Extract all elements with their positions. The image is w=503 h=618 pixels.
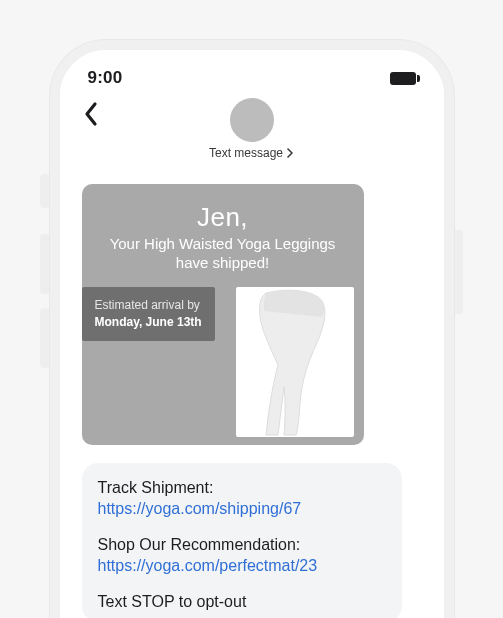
back-button[interactable] <box>82 100 102 128</box>
side-button-vol-down <box>40 308 50 368</box>
product-image <box>236 287 354 437</box>
optout-text: Text STOP to opt-out <box>98 593 247 610</box>
status-bar: 9:00 <box>60 50 444 96</box>
conversation-title-label: Text message <box>209 146 283 160</box>
eta-date: Monday, June 13th <box>95 314 202 331</box>
battery-icon <box>390 72 416 85</box>
side-button-silence <box>40 174 50 208</box>
message-bubble: Track Shipment: https://yoga.com/shippin… <box>82 463 402 619</box>
reco-link[interactable]: https://yoga.com/perfectmat/23 <box>98 557 318 574</box>
contact-avatar[interactable] <box>230 98 274 142</box>
status-clock: 9:00 <box>88 68 123 88</box>
track-link[interactable]: https://yoga.com/shipping/67 <box>98 500 302 517</box>
side-button-vol-up <box>40 234 50 294</box>
conversation-title[interactable]: Text message <box>209 146 294 160</box>
conversation-header: Text message <box>60 96 444 170</box>
side-button-power <box>453 230 463 314</box>
message-thread: Jen, Your High Waisted Yoga Leggings hav… <box>60 170 444 618</box>
screen: 9:00 Text message Jen, Your High Waisted… <box>60 50 444 618</box>
phone-frame: 9:00 Text message Jen, Your High Waisted… <box>50 40 454 618</box>
chevron-right-icon <box>286 148 294 158</box>
shipping-card[interactable]: Jen, Your High Waisted Yoga Leggings hav… <box>82 184 364 445</box>
shipping-card-name: Jen, <box>98 202 348 233</box>
shipping-card-subtitle: Your High Waisted Yoga Leggings have shi… <box>98 235 348 273</box>
eta-label: Estimated arrival by <box>95 297 202 314</box>
reco-label: Shop Our Recommendation: <box>98 536 301 553</box>
eta-badge: Estimated arrival by Monday, June 13th <box>82 287 215 342</box>
track-label: Track Shipment: <box>98 479 214 496</box>
